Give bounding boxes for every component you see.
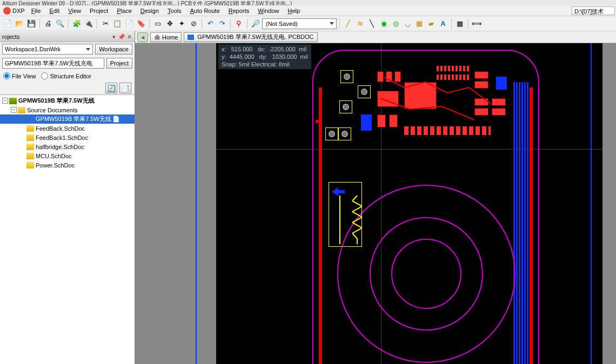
place-arc-button[interactable]: ◡ [402, 18, 413, 29]
sch-icon [26, 153, 34, 159]
tree-source-documents[interactable]: − Source Documents [0, 105, 135, 114]
project-tree[interactable]: − GPMW5019B 苹果7.5W无线 − Source Documents … [0, 95, 135, 364]
tree-item-power[interactable]: Power.SchDoc [0, 160, 135, 170]
title-bar: Altium Designer Winter 09 - D:\[07]... (… [0, 0, 616, 5]
radio-structure-editor[interactable]: Structure Editor [41, 72, 91, 79]
place-line-button[interactable]: ╲ [366, 18, 377, 29]
undo-icon: ↶ [207, 20, 213, 27]
open-button[interactable]: 📂 [14, 18, 25, 29]
workspace-combo[interactable]: Workspace1.DsnWrk [2, 44, 93, 55]
menu-tools[interactable]: Tools [163, 6, 186, 15]
sch-icon [26, 144, 34, 150]
tree-item-pcbdoc[interactable]: GPMW5019B 苹果7.5W无线 📄 [0, 114, 135, 124]
project-field[interactable]: GPMW5019B 苹果7.5W无线充电 [2, 58, 104, 69]
menu-autoroute[interactable]: Auto Route [186, 6, 224, 15]
pcb-board [312, 50, 539, 364]
view-mode-radios: File View Structure Editor [0, 70, 135, 82]
tab-pcbdoc[interactable]: GPMW5019B 苹果7.5W无线充电. PCBDOC [184, 32, 317, 42]
menu-view[interactable]: View [64, 6, 85, 15]
menu-reports[interactable]: Reports [224, 6, 254, 15]
panel-dropdown-icon[interactable]: ▾ [111, 33, 117, 40]
place-dimension-button[interactable]: ⟺ [471, 18, 482, 29]
nav-back-button[interactable]: ◄ [137, 32, 148, 42]
expand-icon[interactable]: − [11, 107, 17, 113]
move-button[interactable]: ✥ [164, 18, 175, 29]
menu-dxp[interactable]: DXP [1, 7, 27, 15]
open-icon: 📂 [15, 20, 24, 27]
place-pad-button[interactable]: ◉ [378, 18, 389, 29]
workspace-button[interactable]: 🧩 [71, 18, 82, 29]
tree-item-feedback1[interactable]: FeedBack1.SchDoc [0, 133, 135, 142]
sch-icon [26, 134, 34, 141]
diff-icon: ≋ [357, 20, 363, 27]
compile-button[interactable]: 🔄 [105, 83, 117, 93]
place-fill-button[interactable]: ▦ [414, 18, 425, 29]
device-button[interactable]: 🔌 [83, 18, 94, 29]
copy-icon: 📋 [113, 20, 122, 27]
place-poly-button[interactable]: ▰ [426, 18, 437, 29]
folder-icon [18, 107, 25, 113]
paste-button[interactable]: 📄 [124, 18, 135, 29]
sch-icon [26, 125, 34, 132]
document-tabs: ◄ Home GPMW5019B 苹果7.5W无线充电. PCBDOC [135, 31, 616, 43]
deselect-button[interactable]: ✦ [176, 18, 187, 29]
menu-place[interactable]: Place [112, 6, 136, 15]
redo-button[interactable]: ↷ [217, 18, 227, 29]
new-doc-button[interactable]: 📄 [2, 18, 13, 29]
tree-item-mcu[interactable]: MCU.SchDoc [0, 151, 135, 160]
cut-button[interactable]: ✂ [100, 18, 111, 29]
dxp-icon [3, 7, 11, 15]
place-track-button[interactable]: ╱ [343, 18, 353, 29]
workspace-button[interactable]: Workspace [95, 44, 132, 55]
menu-file[interactable]: File [27, 6, 45, 15]
undo-button[interactable]: ↶ [205, 18, 216, 29]
coord-y: y: 4445.000 dy: 1030.000 mil [222, 53, 308, 60]
expand-icon[interactable]: − [2, 98, 8, 104]
select-area-button[interactable]: ▭ [152, 18, 163, 29]
menu-project[interactable]: Project [85, 6, 112, 15]
print-icon: 🖨 [45, 20, 52, 27]
cross-probe-button[interactable]: ⚲ [233, 18, 244, 29]
refresh-button[interactable]: 📑 [119, 83, 131, 93]
print-button[interactable]: 🖨 [43, 18, 53, 29]
project-button[interactable]: Project [106, 58, 132, 69]
tree-project-root[interactable]: − GPMW5019B 苹果7.5W无线 [0, 96, 135, 105]
coil-inner [391, 239, 461, 309]
refresh-icon: 📑 [121, 85, 130, 92]
device-icon: 🔌 [84, 20, 93, 27]
preview-button[interactable]: 🔍 [55, 18, 65, 29]
panel-title: rojects [2, 33, 19, 40]
menu-edit[interactable]: Edit [45, 6, 64, 15]
stamp-icon: 🔖 [137, 20, 145, 27]
place-via-button[interactable]: ◎ [390, 18, 401, 29]
menu-design[interactable]: Design [136, 6, 163, 15]
tree-item-feedback[interactable]: FeedBack.SchDoc [0, 124, 135, 133]
pad-icon: ◉ [381, 20, 387, 27]
place-component-button[interactable]: ▦ [454, 18, 465, 29]
red-trace [316, 120, 319, 123]
tree-item-halfbridge[interactable]: halfbridge.SchDoc [0, 142, 135, 151]
main-toolbar: 📄 📂 💾 🖨 🔍 🧩 🔌 ✂ 📋 📄 🔖 ▭ ✥ ✦ ⊘ ↶ ↷ ⚲ 🔎 (N… [0, 16, 616, 31]
copy-button[interactable]: 📋 [112, 18, 123, 29]
menu-window[interactable]: Window [253, 6, 283, 15]
close-icon[interactable]: ✕ [126, 33, 132, 40]
ruler-vertical-left [196, 43, 197, 364]
path-field[interactable]: D:\[07]技术 [572, 6, 615, 15]
place-string-button[interactable]: A [438, 18, 448, 29]
pin-icon[interactable]: 📌 [118, 33, 125, 40]
filter-combo[interactable]: (Not Saved) [262, 18, 337, 29]
pcb-icon [26, 116, 34, 123]
menu-help[interactable]: Help [283, 6, 304, 15]
pcb-canvas[interactable]: x: 515.000 dx: -2205.000 mil y: 4445.000… [135, 43, 616, 364]
clear-button[interactable]: ⊘ [188, 18, 199, 29]
tab-home[interactable]: Home [150, 32, 182, 42]
browse-button[interactable]: 🔎 [250, 18, 261, 29]
radio-file-view[interactable]: File View [3, 72, 36, 79]
chevron-down-icon [330, 22, 334, 25]
place-diff-button[interactable]: ≋ [354, 18, 365, 29]
rubber-stamp-button[interactable]: 🔖 [136, 18, 146, 29]
ruler-vertical-right [591, 43, 592, 364]
save-button[interactable]: 💾 [26, 18, 37, 29]
clear-icon: ⊘ [191, 20, 197, 27]
browse-icon: 🔎 [251, 20, 260, 27]
